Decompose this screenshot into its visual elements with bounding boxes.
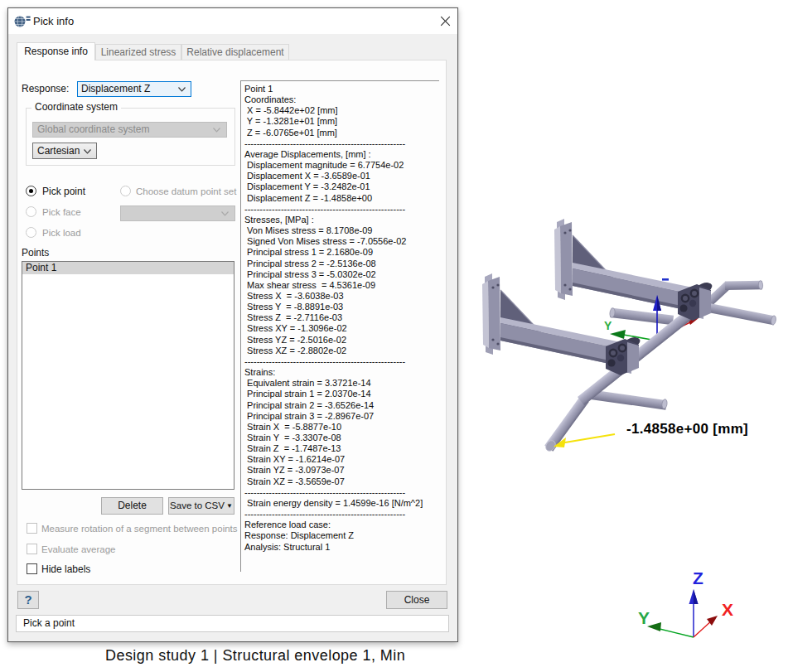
svg-text:Y: Y [638, 608, 650, 627]
svg-text:X: X [722, 600, 733, 619]
svg-text:-1.4858e+00 [mm]: -1.4858e+00 [mm] [626, 421, 748, 437]
svg-text:Z: Z [693, 568, 703, 587]
svg-text:Y: Y [604, 319, 612, 332]
